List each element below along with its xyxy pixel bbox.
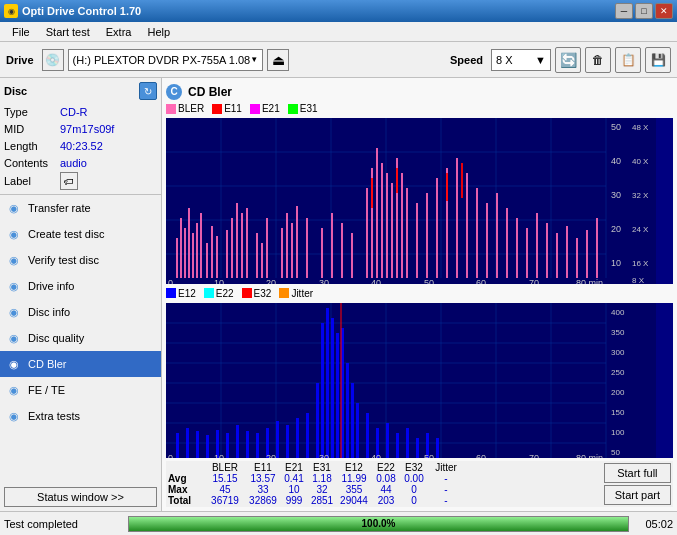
svg-rect-16 [188,208,190,278]
close-button[interactable]: ✕ [655,3,673,19]
menu-bar: File Start test Extra Help [0,22,677,42]
stats-header-row: BLER E11 E21 E31 E12 E22 E32 Jitter [168,462,602,473]
app-icon: ◉ [4,4,18,18]
sidebar-item-transfer-rate[interactable]: ◉ Transfer rate [0,195,161,221]
drive-value: (H:) PLEXTOR DVDR PX-755A 1.08 [73,54,251,66]
svg-rect-36 [321,228,323,278]
svg-rect-55 [476,188,478,278]
maximize-button[interactable]: □ [635,3,653,19]
svg-rect-24 [231,218,233,278]
avg-e31: 1.18 [308,473,336,484]
sidebar-item-disc-quality[interactable]: ◉ Disc quality [0,325,161,351]
save-button[interactable]: 💾 [645,47,671,73]
svg-text:80 min: 80 min [576,453,603,458]
svg-text:40: 40 [611,156,621,166]
total-e12: 29044 [336,495,372,506]
main-area: Disc ↻ Type CD-R MID 97m17s09f Length 40… [0,78,677,511]
svg-rect-35 [306,218,308,278]
svg-rect-108 [321,323,324,458]
svg-text:80 min: 80 min [576,278,603,283]
minimize-button[interactable]: ─ [615,3,633,19]
toolbar: Drive 💿 (H:) PLEXTOR DVDR PX-755A 1.08 ▼… [0,42,677,78]
svg-text:32 X: 32 X [632,191,649,200]
svg-rect-132 [256,433,259,458]
sidebar: Disc ↻ Type CD-R MID 97m17s09f Length 40… [0,78,162,511]
sidebar-item-create-test-disc[interactable]: ◉ Create test disc [0,221,161,247]
svg-rect-26 [241,213,243,278]
stats-max-row: Max 45 33 10 32 355 44 0 - [168,484,602,495]
sidebar-items: ◉ Transfer rate ◉ Create test disc ◉ Ver… [0,195,161,483]
avg-bler: 15.15 [204,473,246,484]
menu-start-test[interactable]: Start test [38,24,98,40]
svg-text:10: 10 [611,258,621,268]
chart-title: CD Bler [188,85,232,99]
svg-text:8 X: 8 X [632,276,645,283]
svg-rect-61 [536,213,538,278]
svg-rect-68 [371,178,373,208]
sidebar-item-fe-te[interactable]: ◉ FE / TE [0,377,161,403]
svg-rect-30 [266,218,268,278]
svg-rect-138 [316,383,319,458]
svg-rect-44 [386,173,388,278]
svg-rect-32 [286,213,288,278]
legend-bler: BLER [178,103,204,114]
svg-rect-48 [406,188,408,278]
total-label: Total [168,495,204,506]
svg-rect-63 [556,233,558,278]
start-part-button[interactable]: Start part [604,485,671,505]
sidebar-item-verify-test-disc[interactable]: ◉ Verify test disc [0,247,161,273]
type-label: Type [4,104,60,121]
start-full-button[interactable]: Start full [604,463,671,483]
sidebar-item-label: Extra tests [28,410,80,422]
sidebar-item-drive-info[interactable]: ◉ Drive info [0,273,161,299]
sidebar-item-extra-tests[interactable]: ◉ Extra tests [0,403,161,429]
svg-text:40: 40 [371,278,381,283]
drive-dropdown[interactable]: (H:) PLEXTOR DVDR PX-755A 1.08 ▼ [68,49,264,71]
create-test-disc-icon: ◉ [6,226,22,242]
sidebar-item-label: CD Bler [28,358,67,370]
clipboard-button[interactable]: 📋 [615,47,641,73]
svg-rect-127 [206,435,209,458]
sidebar-item-disc-info[interactable]: ◉ Disc info [0,299,161,325]
svg-text:10: 10 [214,453,224,458]
menu-extra[interactable]: Extra [98,24,140,40]
label-icon-button[interactable]: 🏷 [60,172,78,190]
svg-text:200: 200 [611,388,625,397]
svg-rect-60 [526,228,528,278]
col-jitter: Jitter [428,462,464,473]
disc-quality-icon: ◉ [6,330,22,346]
svg-text:350: 350 [611,328,625,337]
svg-rect-50 [426,193,428,278]
menu-help[interactable]: Help [139,24,178,40]
col-e22: E22 [372,462,400,473]
speed-dropdown[interactable]: 8 X ▼ [491,49,551,71]
stats-table-area: BLER E11 E21 E31 E12 E22 E32 Jitter Avg … [168,462,602,506]
svg-rect-20 [206,243,208,278]
svg-rect-54 [466,173,468,278]
total-e31: 2851 [308,495,336,506]
avg-e21: 0.41 [280,473,308,484]
length-label: Length [4,138,60,155]
svg-rect-114 [351,383,354,458]
disc-refresh-button[interactable]: ↻ [139,82,157,100]
bottom-legend: E12 E22 E32 Jitter [166,288,673,299]
refresh-button[interactable]: 🔄 [555,47,581,73]
sidebar-item-cd-bler[interactable]: ◉ CD Bler [0,351,161,377]
svg-text:60: 60 [476,453,486,458]
svg-rect-119 [396,433,399,458]
menu-file[interactable]: File [4,24,38,40]
erase-button[interactable]: 🗑 [585,47,611,73]
eject-button[interactable]: ⏏ [267,49,289,71]
svg-text:100: 100 [611,428,625,437]
svg-rect-29 [261,243,263,278]
contents-value: audio [60,155,87,172]
total-e21: 999 [280,495,308,506]
max-e31: 32 [308,484,336,495]
svg-rect-25 [236,203,238,278]
svg-text:400: 400 [611,308,625,317]
progress-text: 100.0% [129,517,628,531]
contents-label: Contents [4,155,60,172]
status-window-button[interactable]: Status window >> [4,487,157,507]
svg-text:70: 70 [529,278,539,283]
svg-rect-64 [566,226,568,278]
